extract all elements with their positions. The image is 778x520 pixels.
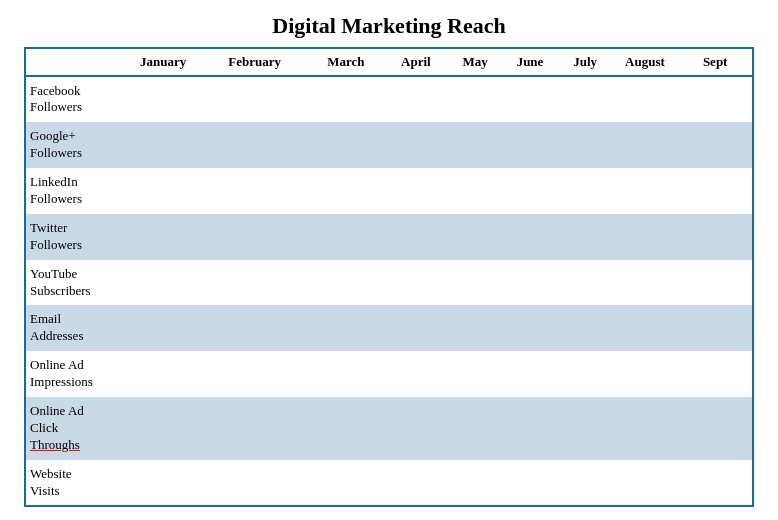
table-row: WebsiteVisits: [26, 460, 752, 506]
cell-email-addresses-march: [323, 305, 397, 351]
header-row-label: [26, 49, 136, 76]
cell-linkedin-followers-january: [136, 168, 224, 214]
cell-email-addresses-may: [458, 305, 512, 351]
cell-googleplus-followers-april: [397, 122, 458, 168]
cell-googleplus-followers-june: [513, 122, 570, 168]
header-april: April: [397, 49, 458, 76]
cell-youtube-subscribers-june: [513, 260, 570, 306]
cell-facebook-followers-march: [323, 76, 397, 123]
cell-facebook-followers-january: [136, 76, 224, 123]
header-june: June: [513, 49, 570, 76]
cell-online-ad-impressions-may: [458, 351, 512, 397]
cell-email-addresses-february: [224, 305, 323, 351]
cell-googleplus-followers-january: [136, 122, 224, 168]
row-label-online-ad-impressions: Online AdImpressions: [26, 351, 136, 397]
cell-online-ad-click-throughs-january: [136, 397, 224, 460]
cell-twitter-followers-january: [136, 214, 224, 260]
cell-linkedin-followers-march: [323, 168, 397, 214]
cell-website-visits-july: [569, 460, 621, 506]
cell-twitter-followers-february: [224, 214, 323, 260]
cell-googleplus-followers-august: [621, 122, 699, 168]
header-row: January February March April May June Ju…: [26, 49, 752, 76]
cell-twitter-followers-april: [397, 214, 458, 260]
cell-facebook-followers-sept: [699, 76, 752, 123]
table-row: TwitterFollowers: [26, 214, 752, 260]
cell-online-ad-click-throughs-june: [513, 397, 570, 460]
cell-youtube-subscribers-may: [458, 260, 512, 306]
table-row: LinkedInFollowers: [26, 168, 752, 214]
header-july: July: [569, 49, 621, 76]
cell-online-ad-impressions-february: [224, 351, 323, 397]
table-row: Online AdClickThroughs: [26, 397, 752, 460]
cell-linkedin-followers-sept: [699, 168, 752, 214]
cell-youtube-subscribers-july: [569, 260, 621, 306]
row-label-online-ad-click-throughs: Online AdClickThroughs: [26, 397, 136, 460]
cell-facebook-followers-june: [513, 76, 570, 123]
row-label-website-visits: WebsiteVisits: [26, 460, 136, 506]
cell-youtube-subscribers-march: [323, 260, 397, 306]
header-february: February: [224, 49, 323, 76]
cell-email-addresses-august: [621, 305, 699, 351]
cell-email-addresses-july: [569, 305, 621, 351]
cell-website-visits-april: [397, 460, 458, 506]
row-label-email-addresses: EmailAddresses: [26, 305, 136, 351]
header-may: May: [458, 49, 512, 76]
cell-linkedin-followers-may: [458, 168, 512, 214]
table-row: YouTubeSubscribers: [26, 260, 752, 306]
cell-linkedin-followers-february: [224, 168, 323, 214]
cell-email-addresses-january: [136, 305, 224, 351]
table-row: Online AdImpressions: [26, 351, 752, 397]
cell-twitter-followers-march: [323, 214, 397, 260]
table-wrapper: January February March April May June Ju…: [24, 47, 754, 508]
cell-linkedin-followers-july: [569, 168, 621, 214]
cell-website-visits-sept: [699, 460, 752, 506]
cell-online-ad-click-throughs-july: [569, 397, 621, 460]
row-label-youtube-subscribers: YouTubeSubscribers: [26, 260, 136, 306]
header-sept: Sept: [699, 49, 752, 76]
cell-linkedin-followers-august: [621, 168, 699, 214]
cell-website-visits-june: [513, 460, 570, 506]
header-august: August: [621, 49, 699, 76]
cell-twitter-followers-june: [513, 214, 570, 260]
cell-facebook-followers-may: [458, 76, 512, 123]
cell-online-ad-impressions-june: [513, 351, 570, 397]
cell-online-ad-impressions-april: [397, 351, 458, 397]
cell-online-ad-impressions-august: [621, 351, 699, 397]
cell-youtube-subscribers-august: [621, 260, 699, 306]
cell-googleplus-followers-july: [569, 122, 621, 168]
cell-email-addresses-sept: [699, 305, 752, 351]
cell-twitter-followers-may: [458, 214, 512, 260]
cell-twitter-followers-august: [621, 214, 699, 260]
page-container: Digital Marketing Reach January February…: [14, 3, 764, 518]
cell-online-ad-impressions-sept: [699, 351, 752, 397]
cell-linkedin-followers-april: [397, 168, 458, 214]
row-label-facebook-followers: FacebookFollowers: [26, 76, 136, 123]
data-table: January February March April May June Ju…: [26, 49, 752, 506]
cell-youtube-subscribers-january: [136, 260, 224, 306]
cell-online-ad-click-throughs-march: [323, 397, 397, 460]
cell-facebook-followers-july: [569, 76, 621, 123]
cell-linkedin-followers-june: [513, 168, 570, 214]
cell-online-ad-impressions-july: [569, 351, 621, 397]
cell-googleplus-followers-february: [224, 122, 323, 168]
cell-website-visits-february: [224, 460, 323, 506]
cell-googleplus-followers-may: [458, 122, 512, 168]
cell-youtube-subscribers-february: [224, 260, 323, 306]
table-body: FacebookFollowersGoogle+FollowersLinkedI…: [26, 76, 752, 506]
table-row: EmailAddresses: [26, 305, 752, 351]
cell-online-ad-click-throughs-august: [621, 397, 699, 460]
row-label-twitter-followers: TwitterFollowers: [26, 214, 136, 260]
cell-twitter-followers-july: [569, 214, 621, 260]
header-january: January: [136, 49, 224, 76]
cell-website-visits-march: [323, 460, 397, 506]
cell-googleplus-followers-sept: [699, 122, 752, 168]
cell-website-visits-august: [621, 460, 699, 506]
cell-online-ad-impressions-january: [136, 351, 224, 397]
cell-email-addresses-april: [397, 305, 458, 351]
cell-email-addresses-june: [513, 305, 570, 351]
cell-twitter-followers-sept: [699, 214, 752, 260]
cell-youtube-subscribers-april: [397, 260, 458, 306]
cell-online-ad-click-throughs-april: [397, 397, 458, 460]
cell-online-ad-click-throughs-february: [224, 397, 323, 460]
row-label-googleplus-followers: Google+Followers: [26, 122, 136, 168]
